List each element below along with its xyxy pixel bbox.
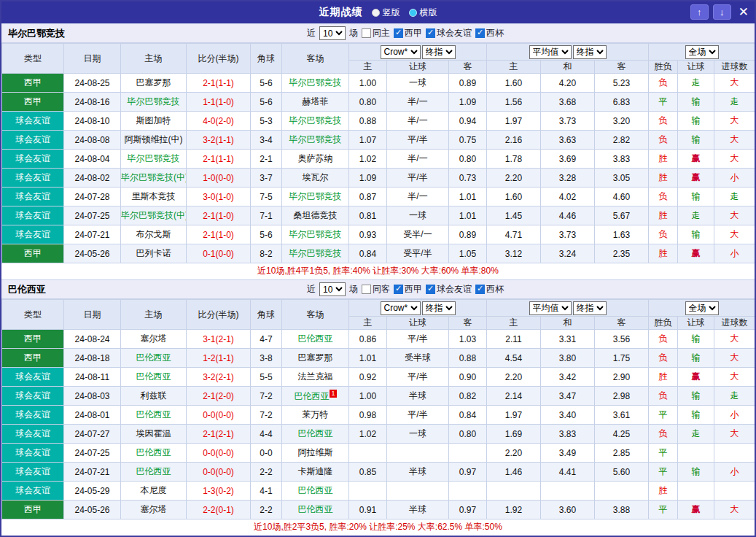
corner-score: 5-6 [251, 93, 282, 112]
match-row: 西甲24-08-25巴塞罗那2-1(1-1)5-6毕尔巴鄂竞技1.00一球0.8… [2, 74, 755, 93]
sub-col-header: 客 [449, 317, 487, 330]
checkbox-unchecked-icon[interactable] [362, 28, 371, 38]
europe-home-odds: 2.20 [487, 169, 541, 188]
recent-count-select[interactable]: 10 [319, 26, 346, 40]
result-goals: 走 [714, 188, 755, 206]
result-goals: 大 [714, 74, 755, 93]
arrow-down-icon: ↓ [720, 7, 725, 18]
asian-away-odds [449, 482, 487, 501]
europe-home-odds: 1.69 [487, 425, 541, 444]
odds-time-select[interactable]: 终指 [422, 45, 456, 59]
same-venue-checkbox[interactable]: 同主 [362, 27, 390, 39]
result-goals: 小 [714, 463, 755, 482]
scope-select-group: 全场 [649, 44, 755, 61]
same-venue-checkbox[interactable]: 同客 [362, 283, 390, 295]
result-handicap: 走 [678, 425, 714, 444]
col-header: 比分(半场) [187, 300, 251, 330]
away-team: 巴伦西亚 [282, 330, 349, 349]
checkbox-checked-icon[interactable] [394, 285, 403, 294]
radio-horizontal[interactable]: 横版 [409, 7, 437, 19]
europe-time-select[interactable]: 终指 [573, 45, 607, 59]
league-filter-checkbox-1-label: 球会友谊 [437, 27, 472, 39]
scope-select[interactable]: 全场 [685, 301, 719, 315]
away-team: 阿拉维斯 [282, 444, 349, 463]
result-handicap: 走 [678, 74, 714, 93]
europe-home-odds: 2.20 [487, 444, 541, 463]
odds-company-select[interactable]: Crow* [381, 301, 421, 315]
league-badge: 西甲 [2, 330, 64, 349]
score: 0-0(0-0) [187, 463, 251, 482]
europe-average-select[interactable]: 平均值 [529, 45, 572, 59]
checkbox-checked-icon[interactable] [394, 28, 403, 38]
result-outcome: 平 [649, 93, 678, 112]
europe-draw-odds: 3.83 [541, 425, 595, 444]
result-goals: 大 [714, 349, 755, 368]
league-filter-checkbox-1[interactable]: 球会友谊 [426, 283, 472, 295]
asian-handicap [387, 482, 449, 501]
europe-home-odds: 1.60 [487, 74, 541, 93]
league-filter-checkbox-0[interactable]: 西甲 [394, 27, 422, 39]
result-handicap: 输 [678, 463, 714, 482]
europe-away-odds: 6.83 [595, 93, 649, 112]
checkbox-checked-icon[interactable] [475, 28, 485, 38]
league-badge: 球会友谊 [2, 206, 64, 225]
league-badge: 球会友谊 [2, 406, 64, 425]
move-up-button[interactable]: ↑ [690, 4, 709, 20]
checkbox-checked-icon[interactable] [426, 28, 435, 38]
result-outcome: 胜 [649, 169, 678, 188]
europe-home-odds [487, 482, 541, 501]
europe-away-odds: 3.61 [595, 406, 649, 425]
score: 0-0(0-0) [187, 444, 251, 463]
section-filterbar: 毕尔巴鄂竞技近10场同主西甲球会友谊西杯 [1, 23, 755, 43]
corner-score: 8-2 [251, 244, 282, 263]
league-filter-checkbox-0[interactable]: 西甲 [394, 283, 422, 295]
league-badge: 球会友谊 [2, 112, 64, 131]
europe-time-select[interactable]: 终指 [573, 301, 607, 315]
odds-time-select[interactable]: 终指 [422, 301, 456, 315]
move-down-button[interactable]: ↓ [713, 4, 731, 20]
europe-average-select[interactable]: 平均值 [529, 301, 572, 315]
away-team: 巴塞罗那 [282, 349, 349, 368]
league-filter-checkbox-2[interactable]: 西杯 [475, 27, 504, 39]
score: 1-2(1-1) [187, 349, 251, 368]
checkbox-checked-icon[interactable] [426, 285, 435, 294]
sub-col-header: 进球数 [714, 61, 755, 74]
europe-draw-odds: 3.24 [541, 244, 595, 263]
away-team: 毕尔巴鄂竞技 [282, 131, 349, 150]
result-goals [714, 444, 755, 463]
europe-home-odds: 2.20 [487, 368, 541, 387]
match-date: 24-05-26 [64, 244, 121, 263]
asian-handicap: 半/一 [387, 188, 449, 206]
corner-score: 3-4 [251, 131, 282, 150]
col-header: 日期 [64, 300, 121, 330]
corner-score: 2-1 [251, 150, 282, 169]
away-team: 毕尔巴鄂竞技 [282, 74, 349, 93]
league-badge: 西甲 [2, 74, 64, 93]
recent-count-select[interactable]: 10 [319, 282, 346, 296]
checkbox-checked-icon[interactable] [475, 285, 485, 294]
odds-company-select[interactable]: Crow* [381, 45, 421, 59]
league-filter-checkbox-1[interactable]: 球会友谊 [426, 27, 472, 39]
checkbox-unchecked-icon[interactable] [362, 285, 371, 294]
sub-col-header: 胜负 [649, 317, 678, 330]
match-filters: 近10场同客西甲球会友谊西杯 [307, 282, 504, 296]
result-goals: 大 [714, 112, 755, 131]
close-button[interactable]: ✕ [739, 4, 749, 20]
corner-score: 4-7 [251, 330, 282, 349]
league-filter-checkbox-2[interactable]: 西杯 [475, 283, 504, 295]
match-row: 球会友谊24-08-02毕尔巴鄂竞技(中)1-0(0-0)3-7埃瓦尔1.09平… [2, 169, 755, 188]
match-date: 24-05-26 [64, 501, 121, 519]
sub-col-header: 客 [595, 61, 649, 74]
europe-away-odds: 1.63 [595, 225, 649, 244]
asian-away-odds: 1.09 [449, 93, 487, 112]
home-team: 本尼度 [121, 482, 187, 501]
corner-score: 2-2 [251, 463, 282, 482]
asian-home-odds: 0.84 [349, 244, 387, 263]
header-row-top: 类型日期主场比分(半场)角球客场Crow*终指平均值终指全场 [2, 44, 755, 61]
scope-select[interactable]: 全场 [685, 45, 719, 59]
radio-vertical[interactable]: 竖版 [372, 7, 400, 19]
home-team: 布尔戈斯 [121, 225, 187, 244]
europe-away-odds: 3.20 [595, 112, 649, 131]
score: 0-1(0-0) [187, 244, 251, 263]
home-team: 毕尔巴鄂竞技 [121, 93, 187, 112]
